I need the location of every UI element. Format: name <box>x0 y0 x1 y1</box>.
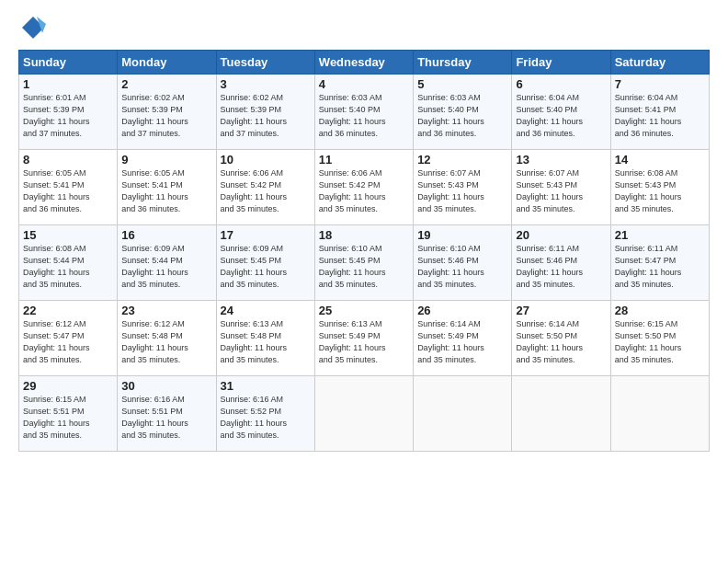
day-number: 9 <box>121 153 211 167</box>
calendar-cell: 28Sunrise: 6:15 AM Sunset: 5:50 PM Dayli… <box>610 301 709 376</box>
day-info: Sunrise: 6:09 AM Sunset: 5:44 PM Dayligh… <box>121 243 211 291</box>
day-number: 30 <box>121 379 211 393</box>
calendar-week-row: 15Sunrise: 6:08 AM Sunset: 5:44 PM Dayli… <box>19 225 710 301</box>
day-info: Sunrise: 6:07 AM Sunset: 5:43 PM Dayligh… <box>516 167 606 215</box>
day-info: Sunrise: 6:05 AM Sunset: 5:41 PM Dayligh… <box>121 167 211 215</box>
day-info: Sunrise: 6:10 AM Sunset: 5:45 PM Dayligh… <box>319 243 409 291</box>
calendar-header-wednesday: Wednesday <box>314 51 413 75</box>
calendar-cell: 29Sunrise: 6:15 AM Sunset: 5:51 PM Dayli… <box>19 376 118 452</box>
calendar-cell <box>512 376 610 452</box>
day-info: Sunrise: 6:16 AM Sunset: 5:51 PM Dayligh… <box>121 394 211 442</box>
calendar-week-row: 1Sunrise: 6:01 AM Sunset: 5:39 PM Daylig… <box>19 75 710 150</box>
day-number: 10 <box>221 153 311 167</box>
calendar-cell: 20Sunrise: 6:11 AM Sunset: 5:46 PM Dayli… <box>512 225 610 301</box>
calendar-cell: 22Sunrise: 6:12 AM Sunset: 5:47 PM Dayli… <box>19 301 118 376</box>
day-info: Sunrise: 6:02 AM Sunset: 5:39 PM Dayligh… <box>121 92 211 140</box>
day-number: 18 <box>319 228 409 242</box>
calendar-cell: 31Sunrise: 6:16 AM Sunset: 5:52 PM Dayli… <box>216 376 314 452</box>
day-info: Sunrise: 6:02 AM Sunset: 5:39 PM Dayligh… <box>221 92 311 140</box>
calendar-cell: 7Sunrise: 6:04 AM Sunset: 5:41 PM Daylig… <box>610 75 709 150</box>
day-number: 11 <box>319 153 409 167</box>
day-number: 16 <box>121 228 211 242</box>
day-info: Sunrise: 6:07 AM Sunset: 5:43 PM Dayligh… <box>417 167 507 215</box>
calendar-cell: 16Sunrise: 6:09 AM Sunset: 5:44 PM Dayli… <box>118 225 216 301</box>
day-info: Sunrise: 6:10 AM Sunset: 5:46 PM Dayligh… <box>417 243 507 291</box>
calendar-cell: 12Sunrise: 6:07 AM Sunset: 5:43 PM Dayli… <box>414 150 512 225</box>
calendar-cell: 30Sunrise: 6:16 AM Sunset: 5:51 PM Dayli… <box>118 376 216 452</box>
day-number: 8 <box>23 153 113 167</box>
calendar-cell: 5Sunrise: 6:03 AM Sunset: 5:40 PM Daylig… <box>414 75 512 150</box>
day-number: 26 <box>417 304 507 317</box>
day-info: Sunrise: 6:12 AM Sunset: 5:47 PM Dayligh… <box>23 318 113 366</box>
calendar-header-tuesday: Tuesday <box>216 51 314 75</box>
day-info: Sunrise: 6:03 AM Sunset: 5:40 PM Dayligh… <box>319 92 409 140</box>
calendar-cell: 17Sunrise: 6:09 AM Sunset: 5:45 PM Dayli… <box>216 225 314 301</box>
day-number: 1 <box>23 77 113 91</box>
calendar-cell: 14Sunrise: 6:08 AM Sunset: 5:43 PM Dayli… <box>610 150 709 225</box>
calendar-cell: 13Sunrise: 6:07 AM Sunset: 5:43 PM Dayli… <box>512 150 610 225</box>
day-number: 5 <box>417 77 507 91</box>
day-number: 3 <box>221 77 311 91</box>
day-number: 22 <box>23 304 113 317</box>
day-info: Sunrise: 6:15 AM Sunset: 5:51 PM Dayligh… <box>23 394 113 442</box>
calendar-header-thursday: Thursday <box>414 51 512 75</box>
calendar-cell <box>314 376 413 452</box>
day-info: Sunrise: 6:01 AM Sunset: 5:39 PM Dayligh… <box>23 92 113 140</box>
calendar-cell: 24Sunrise: 6:13 AM Sunset: 5:48 PM Dayli… <box>216 301 314 376</box>
day-number: 20 <box>516 228 606 242</box>
calendar-table: SundayMondayTuesdayWednesdayThursdayFrid… <box>18 50 710 452</box>
calendar-cell: 1Sunrise: 6:01 AM Sunset: 5:39 PM Daylig… <box>19 75 118 150</box>
calendar-week-row: 8Sunrise: 6:05 AM Sunset: 5:41 PM Daylig… <box>19 150 710 225</box>
calendar-week-row: 22Sunrise: 6:12 AM Sunset: 5:47 PM Dayli… <box>19 301 710 376</box>
calendar-cell: 18Sunrise: 6:10 AM Sunset: 5:45 PM Dayli… <box>314 225 413 301</box>
calendar-header-row: SundayMondayTuesdayWednesdayThursdayFrid… <box>19 51 710 75</box>
calendar-cell: 4Sunrise: 6:03 AM Sunset: 5:40 PM Daylig… <box>314 75 413 150</box>
calendar-cell: 15Sunrise: 6:08 AM Sunset: 5:44 PM Dayli… <box>19 225 118 301</box>
day-info: Sunrise: 6:11 AM Sunset: 5:47 PM Dayligh… <box>615 243 705 291</box>
day-info: Sunrise: 6:13 AM Sunset: 5:48 PM Dayligh… <box>221 318 311 366</box>
day-number: 2 <box>121 77 211 91</box>
day-info: Sunrise: 6:04 AM Sunset: 5:40 PM Dayligh… <box>516 92 606 140</box>
day-number: 17 <box>221 228 311 242</box>
day-info: Sunrise: 6:08 AM Sunset: 5:43 PM Dayligh… <box>615 167 705 215</box>
logo <box>18 15 46 40</box>
calendar-cell: 27Sunrise: 6:14 AM Sunset: 5:50 PM Dayli… <box>512 301 610 376</box>
day-number: 28 <box>615 304 705 317</box>
day-info: Sunrise: 6:06 AM Sunset: 5:42 PM Dayligh… <box>221 167 311 215</box>
page: SundayMondayTuesdayWednesdayThursdayFrid… <box>0 0 728 461</box>
day-info: Sunrise: 6:06 AM Sunset: 5:42 PM Dayligh… <box>319 167 409 215</box>
day-info: Sunrise: 6:14 AM Sunset: 5:49 PM Dayligh… <box>417 318 507 366</box>
calendar-cell: 10Sunrise: 6:06 AM Sunset: 5:42 PM Dayli… <box>216 150 314 225</box>
day-info: Sunrise: 6:15 AM Sunset: 5:50 PM Dayligh… <box>615 318 705 366</box>
day-number: 31 <box>221 379 311 393</box>
calendar-cell: 26Sunrise: 6:14 AM Sunset: 5:49 PM Dayli… <box>414 301 512 376</box>
calendar-cell: 11Sunrise: 6:06 AM Sunset: 5:42 PM Dayli… <box>314 150 413 225</box>
day-number: 15 <box>23 228 113 242</box>
header <box>18 15 710 40</box>
calendar-header-monday: Monday <box>118 51 216 75</box>
day-number: 4 <box>319 77 409 91</box>
day-number: 27 <box>516 304 606 317</box>
day-info: Sunrise: 6:09 AM Sunset: 5:45 PM Dayligh… <box>221 243 311 291</box>
day-number: 6 <box>516 77 606 91</box>
day-number: 24 <box>221 304 311 317</box>
calendar-cell <box>610 376 709 452</box>
calendar-cell: 6Sunrise: 6:04 AM Sunset: 5:40 PM Daylig… <box>512 75 610 150</box>
day-info: Sunrise: 6:08 AM Sunset: 5:44 PM Dayligh… <box>23 243 113 291</box>
day-info: Sunrise: 6:11 AM Sunset: 5:46 PM Dayligh… <box>516 243 606 291</box>
calendar-cell: 2Sunrise: 6:02 AM Sunset: 5:39 PM Daylig… <box>118 75 216 150</box>
day-number: 21 <box>615 228 705 242</box>
calendar-cell: 21Sunrise: 6:11 AM Sunset: 5:47 PM Dayli… <box>610 225 709 301</box>
day-info: Sunrise: 6:14 AM Sunset: 5:50 PM Dayligh… <box>516 318 606 366</box>
calendar-cell: 19Sunrise: 6:10 AM Sunset: 5:46 PM Dayli… <box>414 225 512 301</box>
calendar-cell: 9Sunrise: 6:05 AM Sunset: 5:41 PM Daylig… <box>118 150 216 225</box>
day-info: Sunrise: 6:04 AM Sunset: 5:41 PM Dayligh… <box>615 92 705 140</box>
day-number: 7 <box>615 77 705 91</box>
calendar-header-saturday: Saturday <box>610 51 709 75</box>
day-number: 12 <box>417 153 507 167</box>
logo-icon <box>20 15 46 40</box>
day-info: Sunrise: 6:12 AM Sunset: 5:48 PM Dayligh… <box>121 318 211 366</box>
day-number: 14 <box>615 153 705 167</box>
day-number: 23 <box>121 304 211 317</box>
calendar-cell: 3Sunrise: 6:02 AM Sunset: 5:39 PM Daylig… <box>216 75 314 150</box>
